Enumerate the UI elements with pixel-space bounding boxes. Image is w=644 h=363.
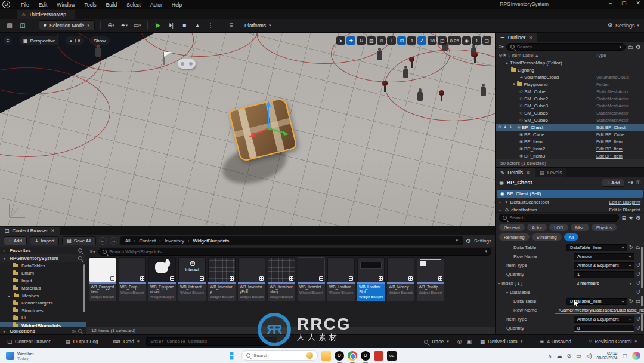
- filter-general[interactable]: General: [499, 224, 525, 231]
- folder-rendertargets[interactable]: RenderTargets: [0, 300, 86, 307]
- collections-section[interactable]: ▸Collections◎: [0, 327, 86, 334]
- filter-icon[interactable]: ≡▾: [90, 249, 95, 254]
- filter-rendering[interactable]: Rendering: [499, 233, 530, 241]
- filter-actor[interactable]: Actor: [527, 224, 547, 231]
- rotation-snap-value[interactable]: 10: [428, 36, 436, 45]
- edit-blueprint-link[interactable]: Edit BP_Chest: [596, 125, 642, 130]
- lock-icon[interactable]: ⚿: [636, 180, 640, 186]
- mannequin-actor[interactable]: [417, 91, 423, 101]
- unreal-app-icon[interactable]: U: [361, 351, 370, 361]
- camera-speed-icon[interactable]: ◉: [462, 36, 471, 45]
- sphere-actor[interactable]: [382, 81, 388, 86]
- unreal-app-icon[interactable]: U: [335, 351, 344, 361]
- asset-wb-lootbarslot-selected[interactable]: WB_LootbarSlotWidget Blueprint: [357, 257, 385, 301]
- component-row-selected[interactable]: ◉BP_Chest (Self): [497, 190, 643, 198]
- tab-levels[interactable]: ▤ Levels: [535, 168, 567, 177]
- viewport-options-menu[interactable]: ≡: [4, 36, 12, 45]
- edit-blueprint-link[interactable]: Edit BP_Item: [596, 139, 642, 144]
- mannequin-actor[interactable]: [377, 51, 382, 60]
- asset-wb-money[interactable]: WB_MoneyWidget Blueprint: [387, 257, 414, 301]
- folder-structures[interactable]: Structures: [0, 307, 86, 315]
- notifications-icon[interactable]: ▢: [622, 353, 627, 359]
- edit-blueprint-link[interactable]: Edit BP_Cube: [596, 132, 642, 137]
- insights-icon[interactable]: ◎: [457, 339, 462, 344]
- play-button[interactable]: ▶: [153, 21, 163, 30]
- favorites-icon[interactable]: ★: [628, 215, 633, 221]
- project-root-folder[interactable]: ▾RPGInventorySystem: [0, 254, 86, 262]
- display-options-icon[interactable]: ⊞: [621, 215, 626, 221]
- menu-actor[interactable]: Actor: [145, 2, 167, 8]
- table-row-selected[interactable]: ⊙★⇂◉BP_ChestEdit BP_Chest: [496, 124, 644, 131]
- import-button[interactable]: ↧Import: [30, 236, 59, 245]
- component-row[interactable]: ▾⌖DefaultSceneRootEdit in Blueprint: [496, 198, 644, 206]
- itemtype-dropdown[interactable]: Armour & Equipment▾: [574, 316, 634, 323]
- grid-snap-icon[interactable]: ⊞: [397, 36, 406, 45]
- use-asset-icon[interactable]: ↻: [627, 299, 634, 304]
- trace-dropdown[interactable]: Trace▾: [420, 337, 453, 346]
- clock[interactable]: 09:12 08/07/2024: [596, 351, 617, 361]
- table-row[interactable]: ◉BP_Item3Edit BP_Item: [496, 152, 644, 159]
- taskbar-search[interactable]: Search: [242, 350, 318, 361]
- save-all-button[interactable]: ▤Save All: [62, 236, 95, 245]
- table-row[interactable]: ▲ThirdPersonMap (Editor): [496, 59, 644, 66]
- table-row[interactable]: ◇SM_Cube5StaticMeshActor: [496, 109, 644, 116]
- blueprints-icon[interactable]: ✦▾: [119, 21, 129, 30]
- screenshot-icon[interactable]: ▣: [467, 339, 472, 344]
- scale-tool-icon[interactable]: ▧: [367, 36, 376, 45]
- type-column[interactable]: Type: [596, 53, 641, 58]
- folder-input[interactable]: Input: [0, 277, 86, 285]
- surface-snap-icon[interactable]: ⊥: [387, 36, 396, 45]
- edit-blueprint-link[interactable]: Edit BP_Item: [596, 153, 642, 159]
- cb-settings-dropdown[interactable]: Settings: [474, 238, 491, 244]
- microphone-icon[interactable]: ⊘: [566, 353, 571, 359]
- folder-widgetblueprints-selected[interactable]: WidgetBlueprints: [0, 322, 86, 327]
- unsaved-indicator[interactable]: ≣4 Unsaved: [536, 337, 575, 346]
- eye-icon[interactable]: ⊙: [498, 125, 501, 130]
- table-row[interactable]: ◇SM_CubeStaticMeshActor: [496, 88, 644, 95]
- asset-wb-interact[interactable]: EInteractWB_InteractWidget Blueprint: [178, 257, 206, 301]
- asset-wb-tooltip[interactable]: WB_TooltipWidget Blueprint: [417, 257, 444, 301]
- flag-actor[interactable]: [163, 52, 165, 65]
- epic-games-icon[interactable]: [374, 351, 383, 361]
- index-expander[interactable]: 3 members▾: [574, 280, 634, 287]
- stop-button[interactable]: ■: [179, 21, 189, 30]
- weather-widget[interactable]: Weather Today: [0, 351, 40, 361]
- close-icon[interactable]: ✕: [526, 170, 530, 176]
- mannequin-actor[interactable]: [95, 47, 101, 57]
- scale-snap-icon[interactable]: ◳: [438, 36, 447, 45]
- sphere-actor[interactable]: [439, 90, 444, 96]
- asset-search-input[interactable]: Search WidgetBlueprints ▾: [98, 248, 491, 256]
- asset-wb-iteminventory[interactable]: WB_ItemInventoryWidget Blueprint: [268, 257, 295, 301]
- forward-button[interactable]: →: [110, 237, 117, 245]
- sphere-actor[interactable]: [409, 57, 414, 62]
- table-row[interactable]: ◇SM_Cube6StaticMeshActor: [496, 116, 644, 124]
- itemtype-dropdown[interactable]: Armour & Equipment▾: [574, 262, 634, 269]
- world-space-icon[interactable]: ⊕: [377, 36, 386, 45]
- table-row[interactable]: ◇SM_Cube3StaticMeshActor: [496, 102, 644, 109]
- menu-help[interactable]: Help: [167, 2, 187, 8]
- maximize-viewport-icon[interactable]: ▢: [482, 36, 491, 45]
- folder-ui[interactable]: UI: [0, 315, 86, 322]
- edit-in-blueprint-link[interactable]: Edit in Blueprint: [609, 207, 640, 213]
- breadcrumb-all[interactable]: All: [125, 238, 131, 244]
- filter-misc[interactable]: Misc: [571, 224, 589, 231]
- menu-build[interactable]: Build: [101, 2, 122, 8]
- table-row[interactable]: ◇SM_Cube2StaticMeshActor: [496, 95, 644, 102]
- derived-data-dropdown[interactable]: ▦Derived Data▾: [476, 337, 526, 346]
- outliner-search-input[interactable]: Search ▾: [506, 43, 626, 51]
- table-row[interactable]: ◉BP_ItemEdit BP_Item: [496, 138, 644, 145]
- favorites-section[interactable]: ▸Favorites: [0, 247, 86, 254]
- browse-content-icon[interactable]: ◫: [18, 21, 27, 30]
- cinematics-icon[interactable]: ▭▾: [132, 21, 142, 30]
- add-component-button[interactable]: +Add: [602, 179, 624, 187]
- rotation-snap-icon[interactable]: ∠: [417, 36, 426, 45]
- tab-outliner[interactable]: ☰ Outliner ✕: [496, 33, 537, 42]
- perspective-dropdown[interactable]: ▦ Perspective: [19, 36, 59, 45]
- tab-content-browser[interactable]: ◫ Content Browser ✕: [0, 227, 60, 235]
- add-button[interactable]: +Add: [4, 236, 27, 245]
- mannequin-actor[interactable]: [403, 69, 408, 78]
- breadcrumb-inventory[interactable]: Inventory: [165, 238, 184, 244]
- breadcrumb[interactable]: All› Content› Inventory› WidgetBlueprint…: [120, 236, 463, 245]
- rowname-dropdown[interactable]: Armour▾: [574, 253, 634, 260]
- table-row[interactable]: Lighting: [496, 66, 644, 73]
